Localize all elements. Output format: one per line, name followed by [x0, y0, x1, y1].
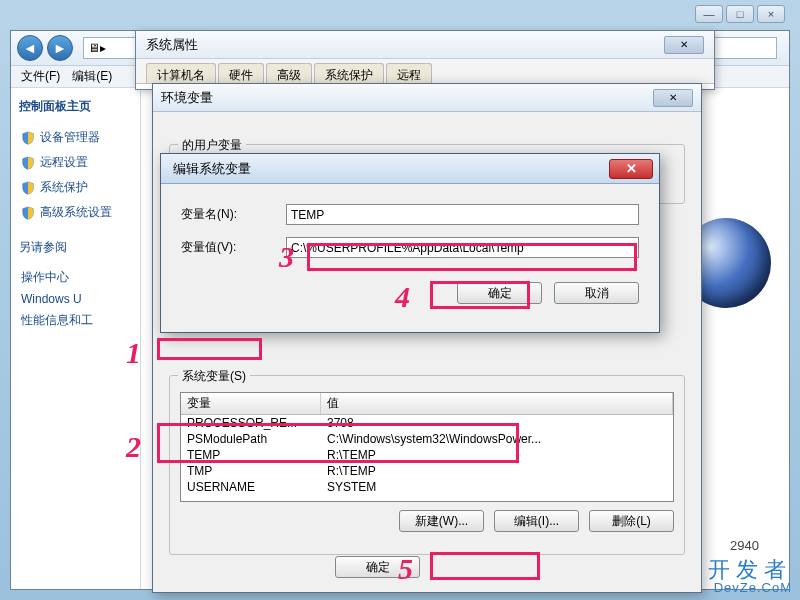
close-button[interactable]: ×: [757, 5, 785, 23]
close-icon[interactable]: ✕: [664, 36, 704, 54]
list-item[interactable]: PSModulePathC:\Windows\system32\WindowsP…: [181, 431, 673, 447]
watermark: 开发者 DevZe.CoM: [708, 559, 792, 594]
close-icon[interactable]: ✕: [609, 159, 653, 179]
var-value-input[interactable]: [286, 237, 639, 258]
sidebar-item-protect[interactable]: 系统保护: [19, 175, 132, 200]
sidebar-item-remote[interactable]: 远程设置: [19, 150, 132, 175]
shield-icon: [21, 156, 35, 170]
computer-icon: 🖥: [88, 41, 100, 55]
var-name-input[interactable]: [286, 204, 639, 225]
system-vars-group: 系统变量(S) 变量 值 PROCESSOR_RE...3708 PSModul…: [169, 375, 685, 555]
sidebar-item-label: 系统保护: [40, 179, 88, 196]
shield-icon: [21, 131, 35, 145]
metric-value-1: 2940: [730, 538, 759, 553]
menu-edit[interactable]: 编辑(E): [72, 68, 112, 85]
system-vars-label: 系统变量(S): [178, 368, 250, 385]
tab-bar: 计算机名 硬件 高级 系统保护 远程: [136, 59, 714, 84]
link-perf-info[interactable]: 性能信息和工: [19, 309, 132, 332]
sidebar-item-device-mgr[interactable]: 设备管理器: [19, 125, 132, 150]
var-name-label: 变量名(N):: [181, 206, 286, 223]
delete-button[interactable]: 删除(L): [589, 510, 674, 532]
left-panel: 控制面板主页 设备管理器 远程设置 系统保护 高级系统设置 另请参阅 操作中心 …: [11, 88, 141, 589]
back-button[interactable]: ◄: [17, 35, 43, 61]
callout-1: 1: [126, 336, 141, 370]
link-windows-update[interactable]: Windows U: [19, 289, 132, 309]
new-button[interactable]: 新建(W)...: [399, 510, 484, 532]
editdlg-title: 编辑系统变量: [173, 160, 251, 178]
sysprops-title: 系统属性: [146, 36, 198, 54]
cancel-button[interactable]: 取消: [554, 282, 639, 304]
tab-sysprotect[interactable]: 系统保护: [314, 63, 384, 83]
maximize-button[interactable]: □: [726, 5, 754, 23]
callout-5: 5: [398, 552, 413, 586]
tab-computername[interactable]: 计算机名: [146, 63, 216, 83]
callout-2: 2: [126, 430, 141, 464]
breadcrumb-arrow: ▸: [100, 41, 106, 55]
edit-system-variable-dialog: 编辑系统变量 ✕ 变量名(N): 变量值(V): 确定 取消: [160, 153, 660, 333]
list-item[interactable]: TEMPR:\TEMP: [181, 447, 673, 463]
list-item[interactable]: TMPR:\TEMP: [181, 463, 673, 479]
callout-4: 4: [395, 280, 410, 314]
edit-button[interactable]: 编辑(I)...: [494, 510, 579, 532]
sidebar-item-label: 远程设置: [40, 154, 88, 171]
var-value-label: 变量值(V):: [181, 239, 286, 256]
forward-button[interactable]: ►: [47, 35, 73, 61]
link-action-center[interactable]: 操作中心: [19, 266, 132, 289]
list-header: 变量 值: [181, 393, 673, 415]
col-variable[interactable]: 变量: [181, 393, 321, 414]
shield-icon: [21, 181, 35, 195]
list-item[interactable]: PROCESSOR_RE...3708: [181, 415, 673, 431]
system-vars-list[interactable]: 变量 值 PROCESSOR_RE...3708 PSModulePathC:\…: [180, 392, 674, 502]
callout-3: 3: [279, 240, 294, 274]
envdlg-title: 环境变量: [161, 89, 213, 107]
minimize-button[interactable]: —: [695, 5, 723, 23]
left-title: 控制面板主页: [19, 98, 132, 115]
sidebar-item-label: 高级系统设置: [40, 204, 112, 221]
tab-hardware[interactable]: 硬件: [218, 63, 264, 83]
see-also-heading: 另请参阅: [19, 239, 132, 256]
ok-button[interactable]: 确定: [457, 282, 542, 304]
menu-file[interactable]: 文件(F): [21, 68, 60, 85]
list-item[interactable]: USERNAMESYSTEM: [181, 479, 673, 495]
sidebar-item-label: 设备管理器: [40, 129, 100, 146]
shield-icon: [21, 206, 35, 220]
col-value[interactable]: 值: [321, 393, 673, 414]
sidebar-item-advanced[interactable]: 高级系统设置: [19, 200, 132, 225]
close-icon[interactable]: ✕: [653, 89, 693, 107]
tab-advanced[interactable]: 高级: [266, 63, 312, 83]
system-properties-dialog: 系统属性 ✕ 计算机名 硬件 高级 系统保护 远程: [135, 30, 715, 90]
user-vars-label: 的用户变量: [178, 137, 246, 154]
tab-remote[interactable]: 远程: [386, 63, 432, 83]
